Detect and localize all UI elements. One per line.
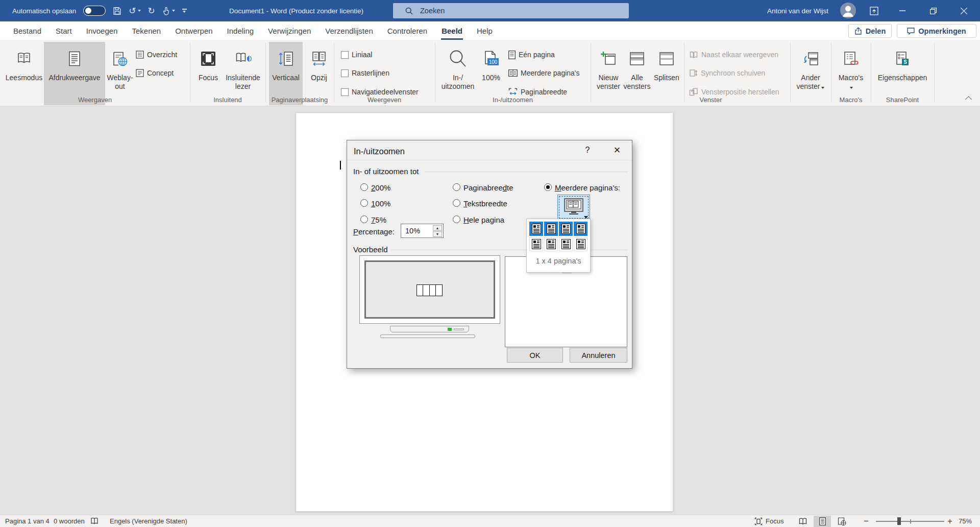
macros-icon (843, 46, 859, 71)
opzij-label: Opzij (311, 74, 327, 82)
focus-toggle[interactable]: Focus (754, 515, 783, 527)
language-indicator[interactable]: Engels (Verenigde Staten) (110, 515, 187, 527)
zoom-out-button[interactable]: − (864, 515, 869, 527)
dialog-close-button[interactable]: × (609, 142, 625, 158)
grid-cell-2x1[interactable] (529, 237, 543, 251)
comments-label: Opmerkingen (918, 27, 966, 35)
tab-start[interactable]: Start (48, 21, 79, 40)
cancel-button[interactable]: Annuleren (570, 348, 627, 363)
tab-verwijzingen[interactable]: Verwijzingen (261, 21, 318, 40)
tab-verzendlijsten[interactable]: Verzendlijsten (318, 21, 380, 40)
collapse-ribbon-icon[interactable] (965, 96, 972, 103)
overzicht-label: Overzicht (147, 51, 177, 59)
comment-icon (907, 28, 915, 35)
monitor-preview (359, 255, 500, 345)
radio-75-label[interactable]: 75% (371, 215, 386, 224)
read-mode-view-button[interactable] (794, 516, 812, 527)
radio-200-label[interactable]: 200% (371, 183, 390, 192)
spin-down-icon[interactable]: ▼ (433, 231, 442, 237)
share-label: Delen (866, 27, 886, 35)
search-input[interactable]: Zoeken (393, 3, 629, 18)
save-icon[interactable] (113, 7, 121, 15)
splitsen-label: Splitsen (654, 74, 679, 82)
monitor-stand (390, 326, 469, 332)
radio-paginabreedte[interactable] (453, 183, 460, 191)
radio-hele-pagina-label[interactable]: Hele pagina (463, 215, 504, 224)
focus-label: Focus (199, 74, 218, 82)
page-indicator[interactable]: Pagina 1 van 4 (5, 515, 50, 527)
undo-dropdown-icon[interactable] (138, 10, 141, 12)
grid-cell-1x1[interactable] (529, 222, 543, 236)
comments-button[interactable]: Opmerkingen (897, 24, 976, 38)
liniaal-checkbox[interactable] (341, 51, 349, 59)
radio-hele-pagina[interactable] (453, 215, 460, 223)
radio-tekstbreedte[interactable] (453, 199, 460, 207)
minimize-button[interactable] (891, 0, 914, 21)
redo-button[interactable]: ↻ (148, 7, 155, 15)
grid-cell-2x2[interactable] (544, 237, 558, 251)
overzicht-button[interactable]: Overzicht (136, 49, 177, 60)
close-button[interactable] (952, 0, 975, 21)
preview-label: Voorbeeld (353, 245, 388, 254)
een-pagina-label: Eén pagina (519, 51, 555, 59)
read-mode-icon (16, 46, 32, 71)
grid-cell-2x4[interactable] (574, 237, 587, 251)
tab-ontwerpen[interactable]: Ontwerpen (168, 21, 219, 40)
zoom-in-button[interactable]: + (947, 515, 952, 527)
preview-page (435, 284, 443, 296)
rasterlijnen-checkbox[interactable] (341, 69, 349, 77)
radio-75[interactable] (360, 215, 368, 223)
customize-qat-button[interactable] (182, 9, 187, 13)
user-name: Antoni van der Wijst (767, 0, 828, 21)
meerdere-paginas-button[interactable]: Meerdere pagina's (508, 67, 580, 79)
radio-paginabreedte-label[interactable]: Paginabreedte (463, 183, 513, 192)
grid-cell-2x3[interactable] (559, 237, 573, 251)
touch-mode-button[interactable] (162, 7, 175, 15)
touch-mode-dropdown-icon[interactable] (172, 10, 175, 12)
ribbon-display-options-button[interactable] (863, 0, 885, 21)
chevron-down-icon (821, 87, 824, 89)
grid-cell-1x2[interactable] (544, 222, 558, 236)
group-label-paginaverplaatsing: Paginaverplaatsing (265, 95, 334, 105)
spin-up-icon[interactable]: ▲ (433, 225, 442, 231)
radio-100-label[interactable]: 100% (371, 199, 390, 208)
liniaal-checkbox-item[interactable]: Liniaal (341, 49, 372, 60)
percentage-value[interactable]: 10% (401, 227, 420, 235)
autosave-toggle[interactable] (83, 6, 106, 16)
rasterlijnen-checkbox-item[interactable]: Rasterlijnen (341, 67, 389, 79)
tab-beeld[interactable]: Beeld (434, 21, 470, 40)
print-layout-view-button[interactable] (814, 516, 831, 527)
percentage-spinner[interactable]: 10% ▲ ▼ (401, 224, 444, 238)
radio-meerdere-paginas[interactable] (544, 183, 552, 191)
proofing-icon[interactable] (90, 515, 99, 527)
grid-cell-1x3[interactable] (559, 222, 573, 236)
tab-tekenen[interactable]: Tekenen (125, 21, 168, 40)
tab-help[interactable]: Help (470, 21, 500, 40)
ok-button[interactable]: OK (507, 348, 563, 363)
zoom-slider-thumb[interactable] (897, 517, 901, 525)
macros-label: Macro's (839, 74, 864, 82)
grid-cell-1x4[interactable] (574, 222, 587, 236)
tab-indeling[interactable]: Indeling (220, 21, 261, 40)
avatar[interactable] (840, 3, 856, 18)
een-pagina-button[interactable]: Eén pagina (508, 49, 555, 60)
view-side-by-side-icon (689, 51, 698, 59)
undo-button[interactable]: ↺ (129, 7, 140, 15)
restore-button[interactable] (922, 0, 944, 21)
web-layout-view-button[interactable] (833, 516, 850, 527)
word-count[interactable]: 0 woorden (54, 515, 85, 527)
dialog-help-button[interactable]: ? (582, 146, 593, 155)
share-button[interactable]: Delen (848, 24, 892, 38)
radio-meerdere-paginas-label[interactable]: Meerdere pagina's: (555, 183, 620, 192)
tab-bestand[interactable]: Bestand (6, 21, 48, 40)
zoom-percentage[interactable]: 75% (959, 515, 972, 527)
concept-button[interactable]: Concept (136, 67, 174, 79)
radio-tekstbreedte-label[interactable]: Tekstbreedte (463, 199, 507, 208)
zoom-slider[interactable] (876, 521, 944, 522)
tab-controleren[interactable]: Controleren (380, 21, 434, 40)
tab-invoegen[interactable]: Invoegen (79, 21, 125, 40)
radio-200[interactable] (360, 183, 368, 191)
power-led (448, 328, 452, 331)
multiple-pages-monitor-button[interactable] (557, 195, 590, 220)
radio-100[interactable] (360, 199, 368, 207)
